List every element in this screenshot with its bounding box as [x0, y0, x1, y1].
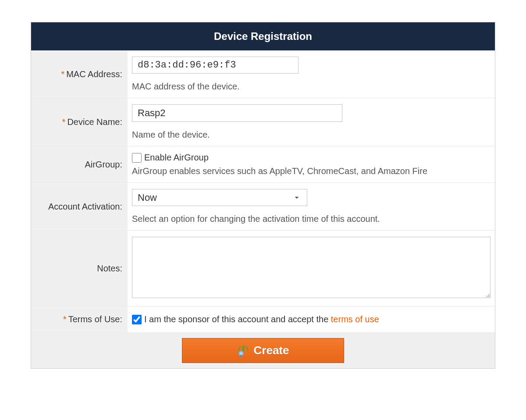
activation-input-cell: Now Select an option for changing the ac…	[128, 183, 495, 230]
airgroup-checkbox-label: Enable AirGroup	[144, 153, 209, 163]
button-row: Create	[31, 333, 495, 368]
notes-row: Notes:	[31, 231, 495, 306]
terms-of-use-link[interactable]: terms of use	[331, 314, 379, 324]
airgroup-checkbox[interactable]	[132, 153, 142, 163]
airgroup-row: AirGroup: Enable AirGroup AirGroup enabl…	[31, 146, 495, 183]
svg-point-2	[239, 352, 242, 355]
airgroup-help: AirGroup enables services such as AppleT…	[132, 166, 490, 176]
terms-label: Terms of Use:	[68, 314, 122, 324]
create-button[interactable]: Create	[182, 338, 344, 363]
mac-address-help: MAC address of the device.	[132, 82, 490, 92]
activation-label-cell: Account Activation:	[31, 183, 128, 230]
required-star: *	[63, 314, 67, 324]
activation-help: Select an option for changing the activa…	[132, 214, 490, 224]
terms-text: I am the sponsor of this account and acc…	[144, 314, 379, 324]
notes-label-cell: Notes:	[31, 231, 128, 306]
airgroup-label: AirGroup:	[85, 160, 122, 170]
mac-address-label-cell: *MAC Address:	[31, 50, 128, 98]
activation-label: Account Activation:	[48, 202, 122, 212]
terms-text-prefix: I am the sponsor of this account and acc…	[144, 314, 331, 324]
notes-textarea[interactable]	[132, 237, 490, 298]
form-header: Device Registration	[31, 22, 495, 50]
create-button-label: Create	[254, 344, 289, 357]
device-name-row: *Device Name: Name of the device.	[31, 98, 495, 146]
device-registration-form: Device Registration *MAC Address: MAC ad…	[31, 22, 495, 369]
activation-select[interactable]: Now	[132, 189, 307, 206]
form-title: Device Registration	[214, 30, 312, 42]
svg-rect-3	[240, 355, 242, 356]
device-name-input-cell: Name of the device.	[128, 98, 495, 146]
svg-rect-0	[242, 345, 244, 352]
device-name-input[interactable]	[132, 104, 342, 122]
mac-address-label: MAC Address:	[66, 69, 122, 79]
mac-address-row: *MAC Address: MAC address of the device.	[31, 50, 495, 98]
terms-row: *Terms of Use: I am the sponsor of this …	[31, 306, 495, 333]
device-name-label: Device Name:	[67, 117, 122, 127]
activation-row: Account Activation: Now Select an option…	[31, 183, 495, 231]
required-star: *	[62, 117, 66, 127]
notes-input-cell	[128, 231, 495, 306]
device-name-help: Name of the device.	[132, 130, 490, 140]
terms-input-cell: I am the sponsor of this account and acc…	[128, 306, 495, 332]
terms-checkbox[interactable]	[132, 315, 142, 324]
mac-address-input[interactable]	[132, 57, 299, 74]
airgroup-label-cell: AirGroup:	[31, 146, 128, 182]
required-star: *	[61, 69, 64, 79]
notes-label: Notes:	[97, 263, 122, 274]
terms-label-cell: *Terms of Use:	[31, 306, 128, 332]
mac-address-input-cell: MAC address of the device.	[128, 50, 495, 98]
create-icon	[237, 345, 249, 357]
device-name-label-cell: *Device Name:	[31, 98, 128, 146]
airgroup-input-cell: Enable AirGroup AirGroup enables service…	[128, 146, 495, 182]
